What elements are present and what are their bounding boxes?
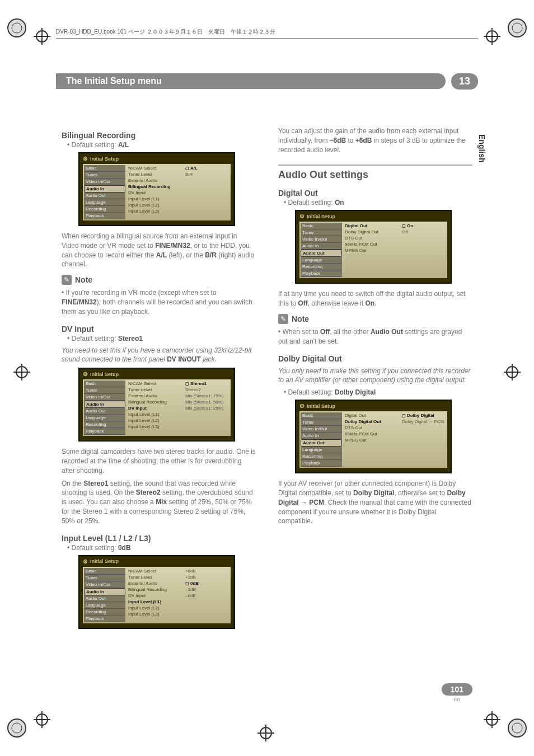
crop-mark-icon xyxy=(34,711,50,728)
menu-screenshot-dvinput: ⚙Initial Setup Basic Tuner Video In/Out … xyxy=(78,368,235,442)
body-text-italic: You need to set this if you have a camco… xyxy=(62,346,256,365)
default-setting-line: • Default setting: 0dB xyxy=(67,544,256,552)
page-title: The Initial Setup menu xyxy=(56,73,446,89)
menu-items: NICAM Select Tuner Level External Audio … xyxy=(127,165,182,219)
menu-values: Stereo1 Stereo2 Mix (Stereo1: 75%) Mix (… xyxy=(184,381,229,435)
note-icon: ✎ xyxy=(278,314,288,324)
body-text-italic: You only need to make this setting if yo… xyxy=(278,367,472,386)
note-text: • When set to Off, all the other Audio O… xyxy=(278,327,472,346)
menu-values: A/L B/R xyxy=(184,165,229,219)
registration-mark-icon xyxy=(506,17,528,39)
menu-items: NICAM Select Tuner Level External Audio … xyxy=(127,568,182,622)
note-icon: ✎ xyxy=(62,275,72,285)
left-column: Bilingual Recording • Default setting: A… xyxy=(62,123,256,635)
body-text: On the Stereo1 setting, the sound that w… xyxy=(62,479,256,526)
registration-mark-icon xyxy=(6,717,28,739)
menu-items: Digital Out Dolby Digital Out DTS Out 96… xyxy=(343,223,399,277)
default-setting-line: • Default setting: A/L xyxy=(67,141,256,149)
menu-categories: Basic Tuner Video In/Out Audio In Audio … xyxy=(84,165,125,219)
menu-screenshot-bilingual: ⚙Initial Setup Basic Tuner Video In/Out … xyxy=(78,152,235,226)
heading-bilingual-recording: Bilingual Recording xyxy=(62,131,256,140)
language-tab: English xyxy=(477,134,486,163)
crop-mark-icon xyxy=(484,28,500,45)
crop-mark-icon xyxy=(34,28,50,45)
svg-point-7 xyxy=(512,723,522,733)
note-heading: ✎ Note xyxy=(278,314,472,324)
menu-title: Initial Setup xyxy=(307,403,335,409)
menu-title: Initial Setup xyxy=(90,558,119,564)
default-setting-line: • Default setting: Stereo1 xyxy=(67,335,256,342)
heading-input-level: Input Level (L1 / L2 / L3) xyxy=(62,534,256,543)
menu-title: Initial Setup xyxy=(90,156,119,162)
menu-values: Dolby Digital Dolby Digital → PCM xyxy=(400,412,446,467)
menu-items: Digital Out Dolby Digital Out DTS Out 96… xyxy=(343,412,399,467)
menu-screenshot-digital-out: ⚙Initial Setup Basic Tuner Video In/Out … xyxy=(295,210,452,284)
default-setting-line: • Default setting: Dolby Digital xyxy=(284,388,472,396)
heading-dolby-digital-out: Dolby Digital Out xyxy=(278,354,472,363)
gear-icon: ⚙ xyxy=(299,213,305,219)
menu-values: On Off xyxy=(400,223,446,277)
body-text: When recording a bilingual source from a… xyxy=(62,232,256,269)
prepress-filename-strip: DVR-03_HDD_EU.book 101 ページ ２００３年９月１６日 火曜… xyxy=(56,28,478,39)
right-column: You can adjust the gain of the audio fro… xyxy=(278,123,472,635)
note-heading: ✎ Note xyxy=(62,275,256,285)
body-text: Some digital camcorders have two stereo … xyxy=(62,447,256,475)
menu-categories: Basic Tuner Video In/Out Audio In Audio … xyxy=(84,381,125,435)
gear-icon: ⚙ xyxy=(83,558,88,565)
menu-values: +6dB +3dB 0dB –3dB –6dB xyxy=(184,568,229,622)
page-number: 101 xyxy=(442,683,472,696)
menu-categories: Basic Tuner Video In/Out Audio In Audio … xyxy=(301,223,342,277)
menu-screenshot-dolby: ⚙Initial Setup Basic Tuner Video In/Out … xyxy=(295,400,452,473)
svg-point-1 xyxy=(12,23,22,33)
crop-mark-icon xyxy=(504,364,521,381)
crop-mark-icon xyxy=(484,711,500,728)
menu-title: Initial Setup xyxy=(307,214,335,219)
heading-digital-out: Digital Out xyxy=(278,189,472,198)
menu-title: Initial Setup xyxy=(90,372,119,377)
crop-mark-icon xyxy=(13,364,30,381)
page-number-badge: 101 En xyxy=(442,683,472,702)
crop-mark-icon xyxy=(257,725,274,741)
menu-items: NICAM Select Tuner Level External Audio … xyxy=(127,381,182,435)
heading-audio-out-settings: Audio Out settings xyxy=(278,165,472,181)
note-text: • If you're recording in VR mode (except… xyxy=(62,288,256,316)
gear-icon: ⚙ xyxy=(83,156,88,162)
page-lang-code: En xyxy=(442,697,472,702)
registration-mark-icon xyxy=(506,717,528,739)
svg-point-3 xyxy=(512,23,522,33)
body-text: If at any time you need to switch off th… xyxy=(278,289,472,308)
registration-mark-icon xyxy=(6,17,28,39)
default-setting-line: • Default setting: On xyxy=(284,199,472,206)
gear-icon: ⚙ xyxy=(83,371,88,377)
body-text: If your AV receiver (or other connected … xyxy=(278,479,472,526)
menu-categories: Basic Tuner Video In/Out Audio In Audio … xyxy=(84,568,125,622)
svg-point-5 xyxy=(12,723,22,733)
menu-screenshot-input-level: ⚙Initial Setup Basic Tuner Video In/Out … xyxy=(78,555,235,629)
body-text: You can adjust the gain of the audio fro… xyxy=(278,126,472,154)
menu-categories: Basic Tuner Video In/Out Audio In Audio … xyxy=(301,412,342,467)
gear-icon: ⚙ xyxy=(299,403,305,409)
page-header: The Initial Setup menu 13 xyxy=(56,73,478,90)
heading-dv-input: DV Input xyxy=(62,325,256,334)
chapter-number-badge: 13 xyxy=(451,73,478,90)
